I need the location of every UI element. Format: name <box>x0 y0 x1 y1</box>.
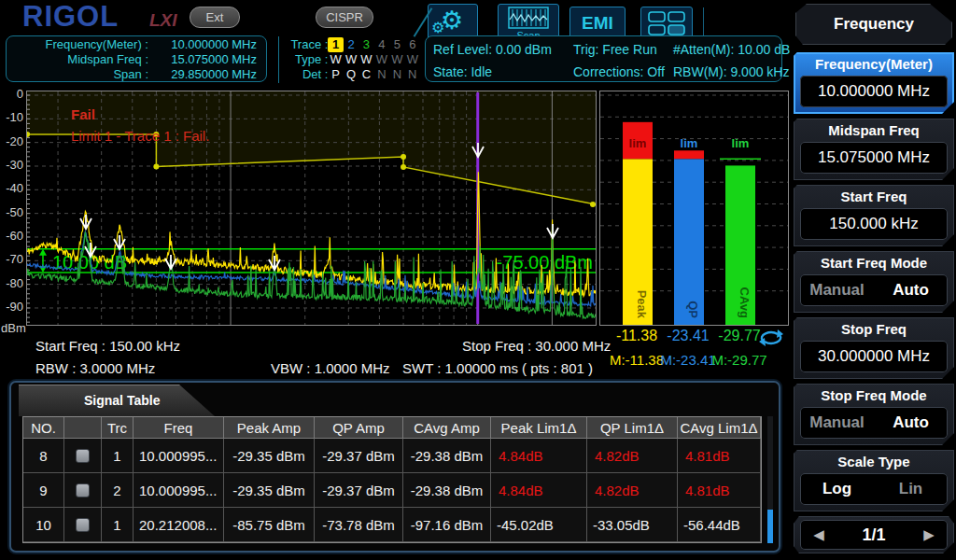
row-checkbox[interactable] <box>76 449 90 463</box>
trace-cell[interactable]: W <box>374 52 389 67</box>
bar-name-label: Peak <box>635 290 649 319</box>
softkey-stop-freq-mode[interactable]: Stop Freq ModeManualAuto <box>794 384 954 445</box>
fail-detail: Limit 1 - Trace 1 : Fail. <box>71 128 209 144</box>
trace-cell[interactable]: 6 <box>405 37 420 52</box>
trace-cell[interactable]: W <box>344 52 358 67</box>
instrument-screen: RIGOL LXI Ext CISPR ⚙ ⚙ Scan EMI 17:10:2… <box>0 0 956 560</box>
option-auto[interactable]: Auto <box>874 274 948 306</box>
info-label: Midspan Freq : <box>7 52 148 67</box>
cell-checkbox <box>64 473 102 508</box>
spectrum-plot: 10.00 dB-75.00 dBmFailLimit 1 - Trace 1 … <box>27 91 596 325</box>
trace-row: Trace :123456 <box>283 37 420 52</box>
softkey-label: Frequency(Meter) <box>794 52 954 76</box>
cell-peak-lim: 4.84dB <box>491 439 587 473</box>
trace1-peak <box>27 172 596 296</box>
trace-cell[interactable]: 1 <box>328 37 343 52</box>
softkey-frequency-meter-[interactable]: Frequency(Meter)10.000000 MHz <box>794 52 954 114</box>
page-prev-button[interactable]: ◀ <box>800 526 837 543</box>
ext-button[interactable]: Ext <box>190 7 240 28</box>
signal-table-panel: Signal Table NO.TrcFreqPeak AmpQP AmpCAv… <box>9 381 780 553</box>
option-manual[interactable]: Manual <box>800 407 874 439</box>
softkey-value-box: LogLin <box>800 473 948 505</box>
cell-checkbox <box>64 439 102 473</box>
column-header: NO. <box>23 417 64 439</box>
column-header: CAvg Lim1Δ <box>678 417 761 439</box>
table-row[interactable]: 9210.000995...-29.35 dBm-29.37 dBm-29.38… <box>23 473 761 508</box>
cell-cavg-lim: 4.81dB <box>678 439 761 473</box>
table-scrollbar-thumb[interactable] <box>767 510 773 543</box>
softkey-label: Stop Freq Mode <box>794 384 954 407</box>
cell-no: 9 <box>23 473 64 508</box>
scan-waveform-icon <box>508 7 549 29</box>
display-layout-button[interactable] <box>640 7 693 39</box>
softkey-label: Scale Type <box>794 450 954 473</box>
softkey-start-freq-mode[interactable]: Start Freq ModeManualAuto <box>794 251 954 313</box>
page-next-button[interactable]: ▶ <box>910 526 948 543</box>
limit-point[interactable] <box>590 202 596 207</box>
row-checkbox[interactable] <box>76 518 90 532</box>
cell-cavg-lim: -56.44dB <box>678 508 761 542</box>
trace-cell[interactable]: 2 <box>344 37 358 52</box>
menu-title: Frequency <box>795 4 952 45</box>
start-freq-annotation: Start Freq : 150.00 kHz <box>35 338 180 354</box>
y-tick-label: -60 <box>0 229 23 243</box>
trace-cell[interactable]: N <box>405 67 420 82</box>
trace-cell[interactable]: N <box>374 67 389 82</box>
cell-cavg-lim: 4.81dB <box>678 473 761 508</box>
softkey-value-box: ManualAuto <box>800 274 948 306</box>
info-value: 10.000000 MHz <box>148 37 266 52</box>
limit-point[interactable] <box>401 154 406 160</box>
trace-cell[interactable]: W <box>358 52 373 67</box>
signal-table-tab[interactable]: Signal Table <box>19 385 215 416</box>
status-line: RBW(M): 9.000 kHz <box>673 61 783 83</box>
trace-cell[interactable]: W <box>328 52 343 67</box>
trace-cell[interactable]: 4 <box>374 37 389 52</box>
softkey-scale-type[interactable]: Scale TypeLogLin <box>794 450 954 511</box>
cell-qp-lim: -33.05dB <box>587 508 678 542</box>
trace-cell[interactable]: 3 <box>358 37 373 52</box>
fail-indicator: Fail <box>71 106 95 122</box>
limit-point[interactable] <box>401 164 406 170</box>
softkey-sidebar: Frequency Frequency(Meter)10.000000 MHzM… <box>792 0 956 560</box>
cell-freq: 10.000995... <box>134 473 224 508</box>
trace-cell[interactable]: C <box>358 67 373 82</box>
bar-name-label: CAvg <box>738 287 752 319</box>
status-line: Trig: Free Run <box>573 38 676 61</box>
softkey-label: Start Freq <box>794 185 954 208</box>
option-manual[interactable]: Manual <box>800 274 874 306</box>
cell-freq: 20.212008... <box>134 508 224 542</box>
cispr-button[interactable]: CISPR <box>316 7 373 28</box>
option-log[interactable]: Log <box>800 473 874 505</box>
cell-peak-amp: -29.35 dBm <box>224 439 315 473</box>
softkey-label: Midspan Freq <box>794 119 954 142</box>
meter-refresh-icon[interactable] <box>758 329 784 347</box>
stop-freq-annotation: Stop Freq : 30.000 MHz <box>462 338 593 354</box>
softkey-stop-freq[interactable]: Stop Freq30.000000 MHz <box>794 317 954 379</box>
info-row: Midspan Freq :15.075000 MHz <box>7 52 266 67</box>
row-checkbox[interactable] <box>76 483 90 497</box>
limit-point[interactable] <box>153 163 159 169</box>
emi-mode-button[interactable]: EMI <box>569 7 626 39</box>
column-header: Peak Lim1Δ <box>491 417 587 439</box>
softkey-value: 10.000000 MHz <box>800 76 948 107</box>
meter-bars-frame: limPeaklimQPlimCAvg <box>599 91 789 326</box>
table-scrollbar[interactable] <box>767 416 773 543</box>
trace-cell[interactable]: 5 <box>389 37 404 52</box>
option-auto[interactable]: Auto <box>874 407 948 439</box>
spectrum-plot-frame: 10.00 dB-75.00 dBmFailLimit 1 - Trace 1 … <box>26 91 597 326</box>
trace-cell[interactable]: P <box>328 67 343 82</box>
trace-cell[interactable]: Q <box>344 67 358 82</box>
column-header: Peak Amp <box>224 417 315 439</box>
trace-cell[interactable]: W <box>405 52 420 67</box>
table-row[interactable]: 10120.212008...-85.75 dBm-73.78 dBm-97.1… <box>23 508 761 542</box>
softkey-midspan-freq[interactable]: Midspan Freq15.075000 MHz <box>794 119 954 180</box>
cell-qp-lim: 4.82dB <box>587 473 678 508</box>
softkey-start-freq[interactable]: Start Freq150.000 kHz <box>794 185 954 246</box>
table-header-row: NO.TrcFreqPeak AmpQP AmpCAvg AmpPeak Lim… <box>23 417 761 439</box>
table-row[interactable]: 8110.000995...-29.35 dBm-29.37 dBm-29.38… <box>23 439 761 473</box>
option-lin[interactable]: Lin <box>874 473 948 505</box>
trace-cell[interactable]: W <box>389 52 404 67</box>
softkey-label: Stop Freq <box>794 317 954 341</box>
column-header: QP Amp <box>315 417 403 439</box>
trace-cell[interactable]: N <box>389 67 404 82</box>
